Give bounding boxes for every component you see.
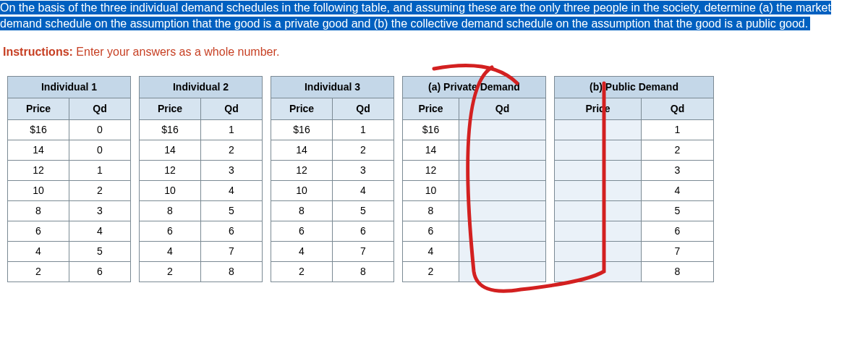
prompt-text: On the basis of the three individual dem… [0, 1, 831, 30]
cell-price: 2 [8, 261, 69, 282]
cell-qd: 5 [333, 200, 394, 221]
table-row: 102104104104 [8, 180, 714, 200]
cell-qd: 6 [333, 221, 394, 241]
cell-price: 10 [271, 180, 333, 200]
instructions-label: Instructions: [3, 46, 73, 58]
gap [131, 140, 140, 160]
cell-price: $16 [403, 119, 459, 140]
table-row: 26282828 [8, 261, 714, 282]
cell-price: 4 [140, 241, 201, 261]
gap [546, 200, 555, 221]
cell-price: $16 [140, 119, 201, 140]
cell-price: 10 [140, 180, 201, 200]
gap [394, 180, 403, 200]
th-qd: Qd [69, 98, 131, 119]
gap [131, 119, 140, 140]
cell-price: 14 [271, 140, 333, 160]
question-prompt: On the basis of the three individual dem… [0, 0, 868, 33]
cell-price: $16 [8, 119, 69, 140]
gap [546, 140, 555, 160]
cell-qd: 3 [69, 200, 131, 221]
input-public-price[interactable] [555, 241, 642, 261]
gap [131, 76, 140, 98]
input-private-qd[interactable] [459, 261, 546, 282]
table-row: 121123123123 [8, 160, 714, 180]
gap [263, 98, 271, 119]
th-price: Price [555, 98, 642, 119]
cell-qd: 6 [201, 221, 263, 241]
input-private-qd[interactable] [459, 180, 546, 200]
cell-qd: 4 [201, 180, 263, 200]
cell-qd: 6 [69, 261, 131, 282]
cell-qd: 7 [201, 241, 263, 261]
gap [394, 200, 403, 221]
header-individual-2: Individual 2 [140, 76, 263, 98]
cell-price: 14 [8, 140, 69, 160]
input-private-qd[interactable] [459, 221, 546, 241]
gap [263, 76, 271, 98]
gap [546, 119, 555, 140]
cell-qd: 1 [201, 119, 263, 140]
th-price: Price [8, 98, 69, 119]
cell-qd: 3 [201, 160, 263, 180]
gap [394, 76, 403, 98]
cell-qd: 3 [642, 160, 714, 180]
cell-price: 6 [271, 221, 333, 241]
instructions: Instructions: Enter your answers as a wh… [0, 46, 868, 59]
input-public-price[interactable] [555, 261, 642, 282]
cell-price: 6 [8, 221, 69, 241]
cell-qd: 8 [201, 261, 263, 282]
th-price: Price [140, 98, 201, 119]
input-public-price[interactable] [555, 119, 642, 140]
gap [394, 119, 403, 140]
input-public-price[interactable] [555, 200, 642, 221]
cell-price: 10 [8, 180, 69, 200]
cell-price: 10 [403, 180, 459, 200]
gap [263, 261, 271, 282]
cell-qd: 1 [642, 119, 714, 140]
cell-price: 2 [403, 261, 459, 282]
cell-price: 4 [8, 241, 69, 261]
gap [546, 180, 555, 200]
gap [263, 241, 271, 261]
instructions-text: Enter your answers as a whole number. [73, 46, 279, 58]
cell-price: 12 [140, 160, 201, 180]
input-public-price[interactable] [555, 160, 642, 180]
cell-qd: 2 [642, 140, 714, 160]
input-private-qd[interactable] [459, 160, 546, 180]
cell-price: 14 [140, 140, 201, 160]
th-qd: Qd [333, 98, 394, 119]
input-private-qd[interactable] [459, 241, 546, 261]
cell-price: 2 [271, 261, 333, 282]
cell-price: 6 [140, 221, 201, 241]
input-private-qd[interactable] [459, 200, 546, 221]
cell-qd: 1 [69, 160, 131, 180]
cell-qd: 2 [69, 180, 131, 200]
gap [263, 180, 271, 200]
table-row: 83858585 [8, 200, 714, 221]
cell-price: 4 [271, 241, 333, 261]
cell-qd: 5 [642, 200, 714, 221]
table-row: $160$161$161$161 [8, 119, 714, 140]
cell-price: 8 [140, 200, 201, 221]
table-row: 64666666 [8, 221, 714, 241]
input-public-price[interactable] [555, 140, 642, 160]
cell-qd: 7 [333, 241, 394, 261]
gap [394, 98, 403, 119]
gap [131, 261, 140, 282]
gap [263, 119, 271, 140]
header-private-demand: (a) Private Demand [403, 76, 546, 98]
input-private-qd[interactable] [459, 119, 546, 140]
demand-table: Individual 1 Individual 2 Individual 3 (… [7, 76, 714, 282]
cell-qd: 8 [333, 261, 394, 282]
input-public-price[interactable] [555, 221, 642, 241]
cell-price: 6 [403, 221, 459, 241]
cell-qd: 7 [642, 241, 714, 261]
cell-qd: 8 [642, 261, 714, 282]
input-private-qd[interactable] [459, 140, 546, 160]
cell-price: 12 [8, 160, 69, 180]
gap [394, 140, 403, 160]
input-public-price[interactable] [555, 180, 642, 200]
cell-qd: 4 [333, 180, 394, 200]
header-public-demand: (b) Public Demand [555, 76, 714, 98]
